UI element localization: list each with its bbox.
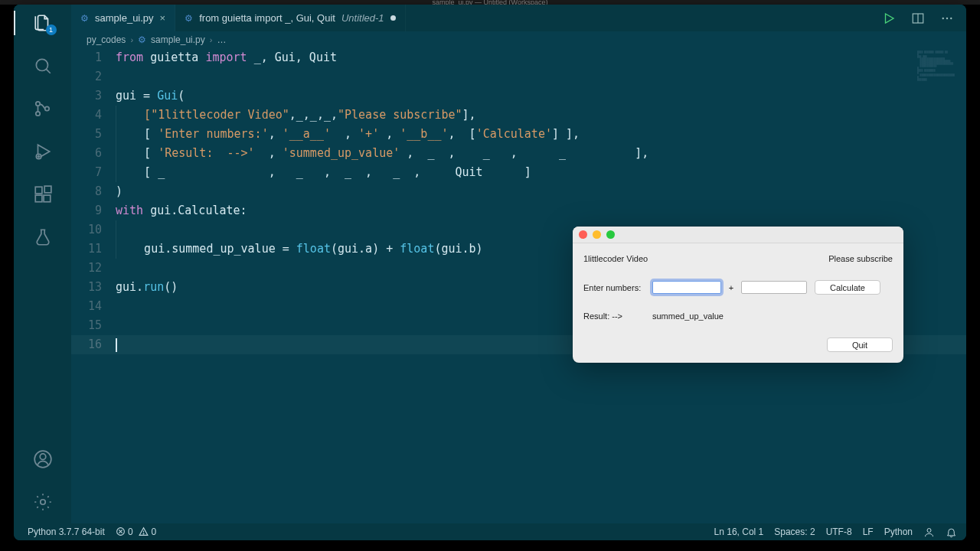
explorer-icon[interactable]: 1	[32, 12, 54, 34]
line-gutter: 12345678910111213141516	[71, 48, 116, 523]
chevron-right-icon: ›	[210, 35, 213, 44]
guietta-window[interactable]: 1littlecoder Video Please subscribe Ente…	[573, 227, 903, 363]
settings-gear-icon[interactable]	[32, 491, 54, 513]
tab-label: from guietta import _, Gui, Quit	[199, 12, 335, 24]
svg-point-24	[143, 533, 144, 534]
more-actions-icon[interactable]	[940, 11, 954, 25]
quit-button[interactable]: Quit	[827, 337, 893, 352]
text-cursor	[116, 338, 117, 352]
svg-point-25	[927, 528, 931, 532]
dialog-titlebar[interactable]	[573, 227, 903, 243]
status-language[interactable]: Python	[884, 527, 913, 537]
tab-sublabel: Untitled-1	[341, 12, 384, 24]
status-cursor-pos[interactable]: Ln 16, Col 1	[714, 527, 764, 537]
feedback-icon[interactable]	[923, 527, 935, 538]
editor-tab-bar: ⚙ sample_ui.py × ⚙ from guietta import _…	[14, 5, 966, 31]
status-bar: Python 3.7.7 64-bit 0 0 Ln 16, Col 1 Spa…	[14, 523, 966, 540]
tab-untitled[interactable]: ⚙ from guietta import _, Gui, Quit Untit…	[175, 5, 405, 31]
result-value: summed_up_value	[652, 311, 724, 321]
svg-point-18	[946, 17, 948, 18]
svg-line-1	[46, 69, 50, 73]
svg-rect-9	[44, 195, 51, 202]
tab-label: sample_ui.py	[95, 12, 154, 24]
split-editor-icon[interactable]	[911, 11, 925, 25]
svg-point-19	[950, 17, 952, 18]
input-b[interactable]	[741, 281, 807, 294]
status-eol[interactable]: LF	[863, 527, 874, 537]
python-file-icon: ⚙	[80, 13, 89, 24]
status-problems[interactable]: 0 0	[116, 527, 156, 537]
run-file-icon[interactable]	[882, 11, 896, 25]
breadcrumb-trail[interactable]: …	[217, 34, 226, 45]
svg-point-12	[40, 454, 46, 460]
dialog-body: 1littlecoder Video Please subscribe Ente…	[573, 243, 903, 363]
svg-marker-14	[886, 14, 894, 23]
tab-close-icon[interactable]: ×	[160, 12, 166, 24]
python-file-icon: ⚙	[185, 13, 193, 24]
svg-point-17	[942, 17, 944, 18]
result-label: Result: -->	[583, 311, 652, 321]
status-interpreter[interactable]: Python 3.7.7 64-bit	[28, 527, 105, 537]
accounts-icon[interactable]	[32, 448, 54, 470]
breadcrumb[interactable]: py_codes › ⚙ sample_ui.py › …	[71, 31, 966, 48]
extensions-icon[interactable]	[32, 184, 54, 205]
search-icon[interactable]	[32, 55, 54, 77]
dialog-heading-right: Please subscribe	[828, 254, 893, 263]
explorer-badge: 1	[46, 24, 57, 35]
close-traffic-icon[interactable]	[579, 230, 587, 239]
svg-rect-7	[35, 187, 42, 194]
run-debug-icon[interactable]	[32, 141, 54, 162]
status-encoding[interactable]: UTF-8	[826, 527, 852, 537]
dialog-heading-left: 1littlecoder Video	[583, 254, 652, 263]
notifications-bell-icon[interactable]	[946, 527, 957, 538]
chevron-right-icon: ›	[130, 35, 133, 44]
activity-bar: 1	[14, 5, 71, 523]
python-file-icon: ⚙	[138, 34, 146, 45]
svg-point-13	[40, 500, 45, 505]
status-indent[interactable]: Spaces: 2	[774, 527, 815, 537]
svg-point-2	[35, 102, 39, 106]
breadcrumb-folder[interactable]: py_codes	[87, 34, 126, 45]
svg-point-0	[36, 59, 47, 70]
source-control-icon[interactable]	[32, 98, 54, 119]
svg-point-4	[44, 106, 48, 110]
unsaved-dot-icon	[390, 15, 396, 21]
testing-icon[interactable]	[32, 227, 54, 248]
editor-actions	[882, 5, 966, 31]
minimize-traffic-icon[interactable]	[593, 230, 601, 239]
plus-label: +	[727, 283, 735, 292]
svg-point-3	[35, 112, 39, 116]
enter-numbers-label: Enter numbers:	[583, 283, 652, 292]
zoom-traffic-icon[interactable]	[606, 230, 615, 239]
calculate-button[interactable]: Calculate	[815, 280, 880, 295]
svg-rect-8	[35, 195, 42, 202]
input-a[interactable]	[652, 281, 721, 294]
breadcrumb-file[interactable]: sample_ui.py	[151, 34, 205, 45]
svg-rect-10	[44, 186, 51, 193]
tab-sample-ui[interactable]: ⚙ sample_ui.py ×	[71, 5, 175, 31]
